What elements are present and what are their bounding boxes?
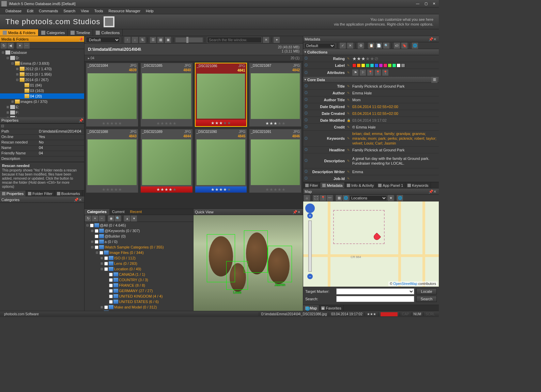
property-row[interactable]: Friendly Name04 (0, 151, 84, 156)
map-zoom-slider[interactable] (308, 221, 312, 272)
folder-node[interactable]: ⊞E: (0, 104, 84, 110)
tab-favorites[interactable]: ★Favorites (319, 305, 343, 311)
thumbnail[interactable]: _DSC021088JPG4843★★★★★ (86, 129, 138, 193)
more-button[interactable]: ⋯ (24, 43, 30, 49)
label-swatch[interactable] (352, 63, 356, 67)
sort-desc-button[interactable]: ↓ (132, 37, 138, 43)
category-checkbox[interactable] (109, 295, 113, 298)
pin-blue-icon[interactable]: 📍 (382, 70, 388, 76)
close-icon[interactable]: ✕ (79, 198, 83, 202)
map-search-button[interactable]: Search (416, 296, 437, 302)
folder-node[interactable]: ⊞2013 (0 / 1.956) (0, 72, 84, 77)
thumbnail[interactable]: _DSC021085JPG4840★★★★★ (140, 63, 193, 127)
view-thumb-button[interactable]: ▣ (165, 37, 171, 43)
folder-node[interactable]: ⊟Database (0, 50, 84, 55)
close-icon[interactable]: ✕ (297, 210, 302, 214)
map-pan-control[interactable] (305, 203, 315, 213)
label-swatch[interactable] (392, 63, 396, 67)
flag-icon[interactable]: ⚐ (360, 70, 366, 76)
layout-select[interactable]: Default (86, 37, 120, 43)
menu-commands[interactable]: Commands (36, 8, 61, 14)
label-swatches[interactable] (352, 63, 437, 67)
category-checkbox[interactable] (109, 273, 113, 276)
pin-icon[interactable]: 📌 (79, 118, 83, 122)
category-node[interactable]: @Builder (0) (84, 233, 193, 239)
map-view[interactable]: CR 884 + − © OpenStreetMap contributors (303, 201, 439, 287)
folder-node[interactable]: ⊟2014 (0 / 267) (0, 77, 84, 82)
pin-icon[interactable]: 📌 (429, 190, 433, 194)
tab-folder-filter[interactable]: Folder Filter (26, 191, 55, 196)
sort-button[interactable]: ⇅ (139, 37, 145, 43)
pin-icon[interactable]: 📌 (293, 210, 297, 214)
folder-node[interactable]: 03 (163) (0, 88, 84, 93)
menu-resource-manager[interactable]: Resource Manager (106, 8, 143, 14)
metadata-row[interactable]: ⓘTitle✎Family Picknick at Ground Park (303, 83, 439, 90)
metadata-row[interactable]: ⓘAuthor Title✎Mom (303, 96, 439, 103)
tab-bookmarks[interactable]: Bookmarks (55, 191, 82, 196)
metadata-row[interactable]: ⓘDate Created✎03.04.2014 11:02:55+02:00 (303, 110, 439, 117)
layers-button[interactable]: ▦ (336, 195, 342, 201)
metadata-layout-select[interactable]: Default (305, 43, 335, 48)
category-node[interactable]: UNITED KINGDOM (4 / 4) (84, 293, 193, 299)
tab-metadata[interactable]: Metadata (320, 182, 345, 188)
menu-edit[interactable]: Edit (24, 8, 36, 14)
tag-icon[interactable]: 🏷 (394, 43, 400, 49)
category-checkbox[interactable] (95, 235, 98, 238)
category-node[interactable]: COUNTRY (3 / 3) (84, 277, 193, 283)
face-box[interactable]: Jasmin (268, 246, 292, 282)
target-marker-select[interactable] (336, 288, 414, 295)
home-button[interactable]: ⌂ (304, 195, 310, 201)
metadata-row[interactable]: ⓘDate Digitized✎03.04.2014 11:02:55+02:0… (303, 103, 439, 110)
category-node[interactable]: ⊞Lens (0 / 283) (84, 261, 193, 266)
osm-link[interactable]: OpenStreetMap (393, 282, 417, 286)
category-node[interactable]: ⊞a (0 / 0) (84, 239, 193, 244)
close-icon[interactable]: ✕ (433, 190, 437, 194)
track-button[interactable]: 〰 (327, 195, 333, 201)
metadata-row[interactable]: ⓘDate Modified🔒03.04.2014 19:17:02 (303, 117, 439, 124)
locations-select[interactable]: Locations (350, 195, 387, 201)
map-zoom-out[interactable]: − (307, 274, 313, 279)
folder-node[interactable]: 01 (84) (0, 82, 84, 88)
section-collections[interactable]: ▾Collections (303, 49, 439, 55)
cat-subtab-recent[interactable]: Recent (127, 209, 145, 215)
bookmark-icon[interactable]: 🔖 (401, 43, 407, 49)
label-swatch[interactable] (374, 63, 378, 67)
category-node[interactable]: ⊟Location (0 / 49) (84, 266, 193, 272)
search-input[interactable] (207, 37, 262, 43)
category-node[interactable]: ⊞ISO (0 / 112) (84, 255, 193, 261)
category-checkbox[interactable] (99, 251, 103, 255)
category-checkbox[interactable] (104, 256, 108, 260)
sort-asc-button[interactable]: ↑ (124, 37, 130, 43)
pin-icon[interactable]: 📌 (429, 37, 433, 41)
metadata-row[interactable]: ⓘKeywords✎briian; dad; emma; family; gra… (303, 131, 439, 147)
star-5[interactable]: ★ (370, 56, 374, 61)
star-4[interactable]: ★ (366, 56, 370, 61)
category-checkbox[interactable] (109, 289, 113, 293)
pin-icon[interactable]: 📌 (74, 198, 78, 202)
menu-view[interactable]: View (78, 8, 92, 14)
nav-back-button[interactable]: ◀ (7, 43, 14, 49)
section-menu-icon[interactable]: ☰ (431, 77, 437, 83)
thumbnail[interactable]: _DSC021084JPG4839★★★★★ (86, 63, 138, 127)
search-icon[interactable]: 🔍 (383, 43, 389, 49)
property-row[interactable]: PathD:\imdata\Emma\2014\04 (0, 129, 84, 135)
cat-subtab-current[interactable]: Current (109, 209, 127, 215)
face-box[interactable] (244, 230, 268, 273)
category-checkbox[interactable] (109, 284, 113, 287)
ws-tab-timeline[interactable]: Timeline (68, 29, 93, 36)
globe-icon[interactable]: 🌐 (397, 195, 403, 201)
metadata-row[interactable]: ⓘDescription Writer✎Emma (303, 168, 439, 175)
ws-tab-categories[interactable]: Categories (38, 29, 68, 36)
ws-tab-media-folders[interactable]: Media & Folders (0, 29, 38, 36)
menu-search[interactable]: Search (61, 8, 78, 14)
property-row[interactable]: On-lineYes (0, 135, 84, 140)
menu-help[interactable]: Help (143, 8, 156, 14)
tab-filter[interactable]: Filter (303, 182, 320, 188)
rating-stars[interactable]: ★★★★★ ⊘ (352, 56, 437, 61)
expand-button[interactable]: ▾ (131, 215, 137, 222)
category-node[interactable]: ⊞MP3 Files (0 / 8) (84, 310, 193, 311)
pin-red-icon[interactable]: 📍 (367, 70, 373, 76)
category-checkbox[interactable] (104, 267, 108, 271)
label-swatch[interactable] (366, 63, 370, 67)
refresh-button[interactable]: ↻ (85, 215, 91, 222)
